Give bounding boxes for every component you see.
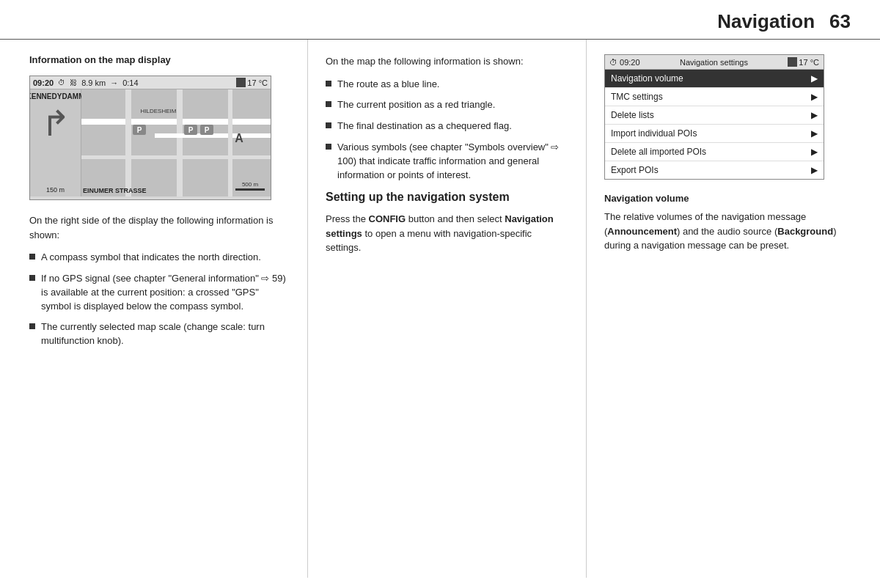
nav-settings-row-1[interactable]: TMC settings ▶	[605, 88, 824, 106]
bullet-text: The route as a blue line.	[337, 78, 439, 92]
map-display: 09:20 ⏱ ⛓ 8.9 km → 0:14 17 °C KENNEDYDAM…	[29, 76, 271, 200]
nav-row-label-4: Delete all imported POIs	[611, 147, 811, 157]
nav-row-arrow-0: ▶	[811, 73, 818, 84]
list-item: If no GPS signal (see chapter "General i…	[29, 272, 290, 314]
bullet-icon	[326, 81, 331, 87]
map-time-icon: ⏱	[58, 78, 65, 87]
map-toolbar: 09:20 ⏱ ⛓ 8.9 km → 0:14 17 °C	[30, 76, 271, 89]
nav-row-arrow-3: ▶	[811, 128, 818, 139]
map-scale-label: 150 m	[46, 186, 65, 194]
nav-settings-temp: 17 °C	[788, 57, 819, 67]
list-item: The current position as a red triangle.	[326, 98, 568, 112]
list-item: A compass symbol that indicates the nort…	[29, 251, 290, 265]
svg-text:P: P	[188, 126, 194, 134]
nav-row-arrow-2: ▶	[811, 110, 818, 120]
nav-row-label-5: Export POIs	[611, 165, 811, 175]
nav-row-arrow-5: ▶	[811, 165, 818, 175]
bullet-icon	[29, 275, 35, 281]
left-column: Information on the map display 09:20 ⏱ ⛓…	[0, 40, 308, 578]
svg-text:HILDESHEIM: HILDESHEIM	[141, 108, 177, 114]
page-number: 63	[829, 10, 851, 33]
map-dist-icon: ⛓	[70, 78, 77, 87]
bullet-text: Various symbols (see chapter "Symbols ov…	[337, 141, 568, 183]
page-title: Navigation	[717, 10, 815, 33]
bullet-icon	[29, 254, 35, 260]
nav-row-label-0: Navigation volume	[611, 73, 811, 84]
bullet-text: The current position as a red triangle.	[337, 98, 495, 112]
nav-settings-row-4[interactable]: Delete all imported POIs ▶	[605, 143, 824, 161]
nav-settings-title-label: Navigation settings	[646, 58, 782, 67]
nav-row-label-2: Delete lists	[611, 110, 811, 120]
map-street-top: KENNEDYDAMM	[29, 92, 85, 100]
list-item: Various symbols (see chapter "Symbols ov…	[326, 141, 568, 183]
svg-rect-3	[177, 89, 183, 196]
bullet-text: The currently selected map scale (change…	[41, 320, 290, 348]
nav-settings-toolbar: ⏱ 09:20 Navigation settings 17 °C	[605, 55, 824, 70]
main-content: Information on the map display 09:20 ⏱ ⛓…	[0, 40, 880, 578]
list-item: The final destination as a chequered fla…	[326, 120, 568, 133]
svg-rect-15	[235, 188, 265, 191]
left-bullet-list: A compass symbol that indicates the nort…	[29, 251, 290, 348]
config-bold: CONFIG	[369, 213, 406, 224]
map-main: P P P A HILDESHEIM 500 m EINUMER STRASSE	[81, 89, 271, 196]
list-item: The currently selected map scale (change…	[29, 320, 290, 348]
nav-temp-icon	[788, 57, 797, 67]
bullet-icon	[326, 101, 331, 107]
nav-temp-value: 17 °C	[799, 58, 819, 67]
svg-rect-6	[228, 89, 232, 196]
middle-bullet-list: The route as a blue line. The current po…	[326, 78, 568, 183]
svg-rect-1	[81, 119, 271, 125]
map-temp: 17 °C	[236, 78, 268, 87]
nav-volume-text: The relative volumes of the navigation m…	[604, 210, 862, 253]
left-body-text: On the right side of the display the fol…	[29, 213, 290, 242]
nav-row-arrow-1: ▶	[811, 92, 818, 102]
map-distance: 8.9 km	[81, 78, 106, 87]
left-section-heading: Information on the map display	[29, 54, 290, 65]
svg-rect-5	[81, 155, 271, 159]
list-item: The route as a blue line.	[326, 78, 568, 92]
nav-settings-row-5[interactable]: Export POIs ▶	[605, 161, 824, 179]
middle-column: On the map the following information is …	[308, 40, 587, 578]
middle-body-text: Press the CONFIG button and then select …	[326, 212, 568, 255]
map-svg: P P P A HILDESHEIM 500 m	[81, 89, 271, 196]
announcement-bold: Announcement	[607, 226, 677, 237]
bullet-text: A compass symbol that indicates the nort…	[41, 251, 261, 265]
svg-text:A: A	[235, 132, 243, 144]
background-bold: Background	[777, 226, 833, 237]
bullet-icon	[326, 122, 331, 128]
nav-settings-row-3[interactable]: Import individual POIs ▶	[605, 125, 824, 143]
nav-time-icon: ⏱	[609, 58, 617, 67]
nav-settings-time: ⏱ 09:20	[609, 58, 640, 67]
nav-time-value: 09:20	[620, 58, 640, 67]
map-temp-icon	[236, 78, 246, 87]
nav-settings-panel: ⏱ 09:20 Navigation settings 17 °C Naviga…	[604, 54, 824, 180]
nav-row-label-3: Import individual POIs	[611, 128, 811, 139]
nav-volume-heading: Navigation volume	[604, 193, 862, 204]
svg-text:P: P	[137, 126, 142, 134]
nav-row-label-1: TMC settings	[611, 92, 811, 102]
map-eta: 0:14	[122, 78, 138, 87]
bullet-icon	[29, 323, 35, 329]
map-left-panel: KENNEDYDAMM ↱ 150 m	[30, 89, 81, 196]
page-header: Navigation 63	[0, 0, 880, 40]
nav-row-arrow-4: ▶	[811, 147, 818, 157]
map-bottom-street: EINUMER STRASSE	[83, 187, 147, 194]
nav-settings-row-0[interactable]: Navigation volume ▶	[605, 70, 824, 88]
bullet-text: If no GPS signal (see chapter "General i…	[41, 272, 290, 314]
bullet-icon	[326, 144, 331, 150]
map-turn-arrow: ↱	[41, 106, 70, 142]
right-column: ⏱ 09:20 Navigation settings 17 °C Naviga…	[587, 40, 880, 578]
middle-sub-heading: Setting up the navigation system	[326, 190, 568, 205]
bullet-text: The final destination as a chequered fla…	[337, 120, 512, 133]
svg-text:P: P	[205, 126, 210, 134]
svg-rect-2	[125, 89, 131, 196]
nav-settings-row-2[interactable]: Delete lists ▶	[605, 106, 824, 125]
nav-settings-bold: Navigation settings	[326, 213, 554, 239]
map-arrow: →	[110, 78, 118, 87]
map-body: KENNEDYDAMM ↱ 150 m	[30, 89, 271, 196]
middle-intro-text: On the map the following information is …	[326, 54, 568, 69]
map-temp-value: 17 °C	[247, 78, 268, 87]
svg-text:500 m: 500 m	[242, 181, 259, 188]
map-time: 09:20	[33, 78, 54, 87]
